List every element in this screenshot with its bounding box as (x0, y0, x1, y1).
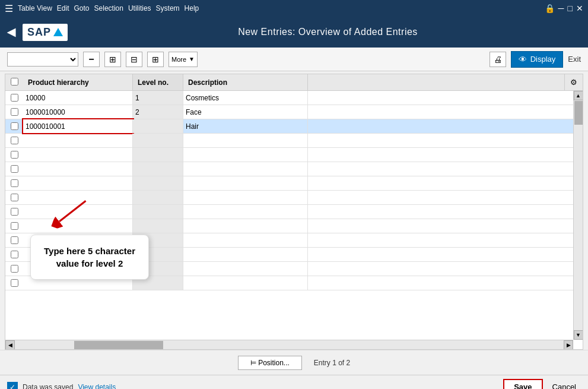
save-button[interactable]: Save (503, 379, 542, 389)
position-button[interactable]: ⊨ Position... (238, 356, 302, 370)
row-checkbox[interactable] (5, 251, 23, 258)
product-input[interactable] (26, 108, 130, 116)
row-checkbox-input[interactable] (11, 151, 18, 159)
row-checkbox-input[interactable] (11, 122, 18, 130)
description-input[interactable] (186, 179, 305, 188)
row-checkbox[interactable] (5, 179, 23, 187)
description-input[interactable] (186, 151, 305, 159)
row-checkbox-input[interactable] (11, 108, 18, 116)
table-row[interactable] (5, 176, 583, 191)
menu-goto[interactable]: Goto (74, 4, 90, 12)
select-all-checkbox[interactable] (11, 78, 18, 86)
cell-product-hierarchy[interactable] (23, 105, 133, 119)
cell-description[interactable] (183, 248, 308, 261)
table-row[interactable] (5, 134, 583, 148)
table-row[interactable] (5, 148, 583, 162)
hamburger-icon[interactable]: ☰ (5, 3, 13, 14)
description-input[interactable] (186, 208, 305, 216)
cancel-button[interactable]: Cancel (548, 380, 581, 389)
more-button[interactable]: More ▼ (169, 52, 198, 67)
row-checkbox[interactable] (5, 94, 23, 102)
product-input[interactable] (26, 94, 130, 102)
hscroll-left-btn[interactable]: ◀ (5, 340, 15, 350)
menu-help[interactable]: Help (185, 4, 199, 12)
row-checkbox[interactable] (5, 194, 23, 201)
row-checkbox-input[interactable] (11, 137, 18, 144)
cell-description[interactable] (183, 219, 308, 233)
settings-gear-icon[interactable]: ⚙ (565, 78, 583, 87)
row-checkbox-input[interactable] (11, 222, 18, 230)
vertical-scrollbar[interactable]: ▲ ▼ (573, 91, 583, 340)
cell-description[interactable] (183, 148, 308, 162)
row-checkbox[interactable] (5, 265, 23, 273)
horizontal-scrollbar[interactable]: ◀ ▶ (5, 340, 573, 349)
hscroll-right-btn[interactable]: ▶ (564, 340, 573, 350)
product-input[interactable] (26, 279, 130, 287)
menu-system[interactable]: System (156, 4, 180, 12)
row-checkbox[interactable] (5, 236, 23, 244)
toolbar-split-btn[interactable]: ⊟ (126, 52, 142, 67)
row-checkbox-input[interactable] (11, 265, 18, 273)
table-row[interactable] (5, 119, 583, 134)
cell-description[interactable] (183, 91, 308, 105)
toolbar-dropdown[interactable] (7, 52, 78, 67)
row-checkbox[interactable] (5, 279, 23, 287)
cell-description[interactable] (183, 134, 308, 147)
row-checkbox[interactable] (5, 208, 23, 216)
description-input[interactable] (186, 94, 305, 102)
table-row[interactable]: 2 (5, 105, 583, 119)
table-row[interactable] (5, 162, 583, 176)
product-input[interactable] (26, 151, 130, 159)
toolbar-grid-btn[interactable]: ⊞ (104, 52, 121, 67)
row-checkbox-input[interactable] (11, 236, 18, 244)
description-input[interactable] (186, 222, 305, 230)
scroll-up-btn[interactable]: ▲ (574, 91, 583, 100)
description-input[interactable] (186, 236, 305, 245)
scroll-down-btn[interactable]: ▼ (574, 330, 583, 340)
close-btn[interactable]: ✕ (576, 4, 583, 13)
product-input[interactable] (26, 137, 130, 145)
print-btn[interactable]: 🖨 (490, 52, 506, 67)
cell-description[interactable] (183, 276, 308, 290)
row-checkbox[interactable] (5, 122, 23, 130)
product-input[interactable] (26, 165, 130, 173)
cell-description[interactable] (183, 262, 308, 276)
row-checkbox[interactable] (5, 165, 23, 173)
description-input[interactable] (186, 122, 305, 131)
row-checkbox-input[interactable] (11, 165, 18, 173)
cell-product-hierarchy[interactable] (23, 119, 133, 133)
cell-product-hierarchy[interactable] (23, 162, 133, 176)
description-input[interactable] (186, 279, 305, 287)
row-checkbox-input[interactable] (11, 194, 18, 201)
display-button[interactable]: 👁 Display (511, 51, 564, 68)
table-row[interactable] (5, 219, 583, 233)
row-checkbox-input[interactable] (11, 208, 18, 216)
cell-description[interactable] (183, 119, 308, 133)
row-checkbox[interactable] (5, 108, 23, 116)
row-checkbox-input[interactable] (11, 94, 18, 102)
menu-edit[interactable]: Edit (57, 4, 69, 12)
description-input[interactable] (186, 265, 305, 273)
cell-product-hierarchy[interactable] (23, 176, 133, 190)
description-input[interactable] (186, 194, 305, 202)
table-row[interactable]: 1 (5, 91, 583, 105)
menu-selection[interactable]: Selection (94, 4, 123, 12)
cell-description[interactable] (183, 105, 308, 119)
product-input[interactable] (26, 179, 130, 188)
row-checkbox[interactable] (5, 151, 23, 159)
cell-description[interactable] (183, 233, 308, 247)
cell-description[interactable] (183, 176, 308, 190)
row-checkbox-input[interactable] (11, 279, 18, 287)
maximize-btn[interactable]: □ (568, 4, 573, 13)
scroll-thumb[interactable] (574, 101, 583, 125)
cell-product-hierarchy[interactable] (23, 148, 133, 162)
cell-product-hierarchy[interactable] (23, 91, 133, 105)
description-input[interactable] (186, 165, 305, 173)
minimize-btn[interactable]: ─ (558, 4, 564, 13)
row-checkbox[interactable] (5, 137, 23, 144)
description-input[interactable] (186, 137, 305, 145)
menu-tableview[interactable]: Table View (18, 4, 52, 12)
row-checkbox-input[interactable] (11, 179, 18, 187)
cell-description[interactable] (183, 162, 308, 176)
toolbar-minus-btn[interactable]: − (83, 52, 100, 67)
